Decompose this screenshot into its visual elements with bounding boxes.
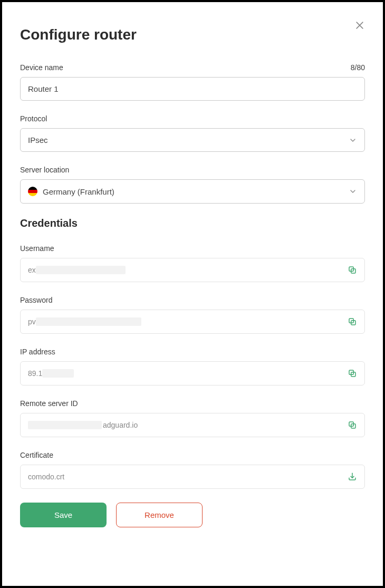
remove-button[interactable]: Remove — [116, 503, 203, 527]
username-prefix: ex — [28, 266, 36, 274]
copy-icon[interactable] — [348, 317, 357, 326]
copy-icon[interactable] — [348, 420, 357, 430]
username-masked — [36, 266, 126, 274]
download-icon[interactable] — [348, 472, 357, 481]
copy-icon[interactable] — [348, 369, 357, 378]
germany-flag-icon — [28, 187, 37, 196]
credentials-heading: Credentials — [20, 217, 365, 229]
location-value: Germany (Frankfurt) — [43, 187, 114, 196]
device-name-field: Device name 8/80 — [20, 63, 365, 101]
protocol-value: IPsec — [28, 136, 48, 144]
protocol-label: Protocol — [20, 114, 47, 123]
chevron-down-icon — [349, 187, 357, 196]
protocol-select[interactable]: IPsec — [20, 128, 365, 152]
copy-icon[interactable] — [348, 265, 357, 275]
certificate-box: comodo.crt — [20, 465, 365, 489]
certificate-field: Certificate comodo.crt — [20, 451, 365, 489]
close-icon[interactable] — [354, 20, 365, 33]
username-field: Username ex — [20, 244, 365, 282]
remote-label: Remote server ID — [20, 399, 78, 408]
ip-prefix: 89.1 — [28, 369, 42, 378]
password-prefix: pv — [28, 317, 36, 326]
device-name-label: Device name — [20, 63, 63, 72]
username-label: Username — [20, 244, 54, 253]
certificate-label: Certificate — [20, 451, 53, 459]
location-field: Server location Germany (Frankfurt) — [20, 166, 365, 204]
remote-field: Remote server ID adguard.io — [20, 399, 365, 437]
ip-label: IP address — [20, 348, 55, 356]
remote-masked — [28, 421, 102, 429]
chevron-down-icon — [349, 136, 357, 144]
page-title: Configure router — [20, 26, 365, 43]
username-box: ex — [20, 258, 365, 282]
ip-masked — [42, 369, 74, 378]
password-box: pv — [20, 310, 365, 334]
password-label: Password — [20, 296, 52, 304]
save-button[interactable]: Save — [20, 503, 107, 527]
certificate-value: comodo.crt — [28, 473, 64, 481]
device-name-counter: 8/80 — [351, 63, 365, 72]
device-name-input-wrap — [20, 77, 365, 101]
protocol-field: Protocol IPsec — [20, 114, 365, 152]
action-bar: Save Remove — [20, 503, 365, 527]
remote-box: adguard.io — [20, 413, 365, 437]
ip-box: 89.1 — [20, 361, 365, 385]
password-field: Password pv — [20, 296, 365, 334]
password-masked — [36, 317, 141, 326]
dialog-frame: Configure router Device name 8/80 Protoc… — [0, 0, 385, 588]
device-name-input[interactable] — [28, 84, 357, 93]
ip-field: IP address 89.1 — [20, 348, 365, 385]
remote-suffix: adguard.io — [103, 421, 138, 429]
location-select[interactable]: Germany (Frankfurt) — [20, 179, 365, 204]
location-label: Server location — [20, 166, 69, 174]
